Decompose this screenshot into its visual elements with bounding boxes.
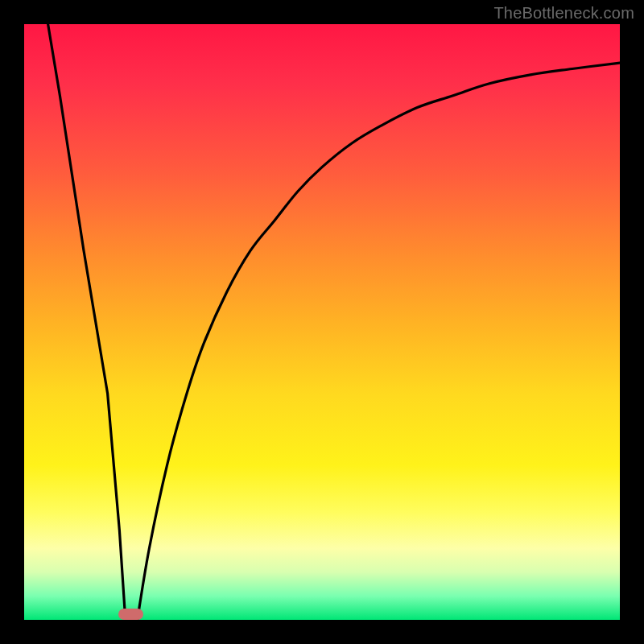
chart-frame: TheBottleneck.com	[0, 0, 644, 644]
watermark-text: TheBottleneck.com	[493, 4, 634, 23]
curve-left-branch	[48, 24, 126, 620]
curve-right-branch	[138, 63, 620, 620]
curve-layer	[24, 24, 620, 620]
plot-area	[24, 24, 620, 620]
bottleneck-marker	[118, 609, 143, 620]
